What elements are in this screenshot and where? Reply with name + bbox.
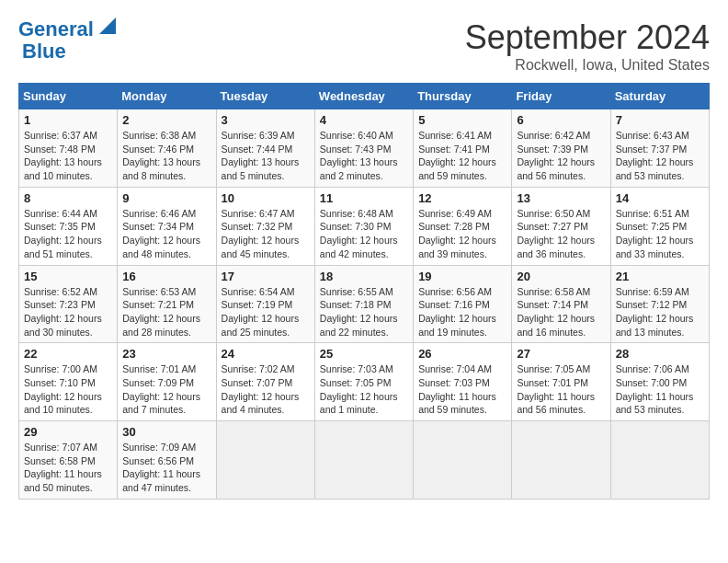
day-number: 17 <box>222 270 310 283</box>
table-cell: 1Sunrise: 6:37 AMSunset: 7:48 PMDaylight… <box>19 109 118 188</box>
location: Rockwell, Iowa, United States <box>465 57 710 74</box>
day-number: 9 <box>122 191 210 205</box>
col-tuesday: Tuesday <box>216 84 314 109</box>
day-number: 26 <box>418 347 506 361</box>
calendar-week-row: 22Sunrise: 7:00 AMSunset: 7:10 PMDayligh… <box>19 343 710 421</box>
svg-marker-0 <box>99 17 116 34</box>
day-number: 19 <box>418 270 506 283</box>
day-info: Sunrise: 6:51 AMSunset: 7:25 PMDaylight:… <box>616 207 704 261</box>
table-cell <box>512 421 610 500</box>
table-cell: 3Sunrise: 6:39 AMSunset: 7:44 PMDaylight… <box>216 109 314 188</box>
table-cell: 18Sunrise: 6:55 AMSunset: 7:18 PMDayligh… <box>314 265 413 343</box>
table-cell: 15Sunrise: 6:52 AMSunset: 7:23 PMDayligh… <box>19 265 118 343</box>
day-info: Sunrise: 6:46 AMSunset: 7:34 PMDaylight:… <box>122 207 210 261</box>
table-cell: 26Sunrise: 7:04 AMSunset: 7:03 PMDayligh… <box>414 343 512 421</box>
table-cell: 13Sunrise: 6:50 AMSunset: 7:27 PMDayligh… <box>512 187 610 265</box>
day-number: 30 <box>122 425 210 439</box>
col-monday: Monday <box>118 84 216 109</box>
table-cell <box>414 421 512 500</box>
table-cell <box>314 421 413 500</box>
day-info: Sunrise: 6:49 AMSunset: 7:28 PMDaylight:… <box>418 207 506 261</box>
day-number: 5 <box>418 113 506 127</box>
calendar-week-row: 15Sunrise: 6:52 AMSunset: 7:23 PMDayligh… <box>19 265 710 343</box>
day-number: 12 <box>418 191 506 205</box>
day-info: Sunrise: 7:00 AMSunset: 7:10 PMDaylight:… <box>24 362 112 417</box>
day-info: Sunrise: 6:53 AMSunset: 7:21 PMDaylight:… <box>122 285 210 339</box>
day-number: 11 <box>320 191 408 205</box>
day-info: Sunrise: 6:54 AMSunset: 7:19 PMDaylight:… <box>222 285 310 339</box>
table-cell: 17Sunrise: 6:54 AMSunset: 7:19 PMDayligh… <box>216 265 314 343</box>
day-number: 14 <box>616 191 704 205</box>
day-info: Sunrise: 7:06 AMSunset: 7:00 PMDaylight:… <box>616 362 704 417</box>
month-title: September 2024 <box>465 18 710 57</box>
day-number: 10 <box>222 191 310 205</box>
logo-text: General <box>18 18 94 40</box>
calendar-week-row: 1Sunrise: 6:37 AMSunset: 7:48 PMDaylight… <box>19 109 710 188</box>
table-cell: 2Sunrise: 6:38 AMSunset: 7:46 PMDaylight… <box>118 109 216 188</box>
day-number: 8 <box>24 191 112 205</box>
day-number: 29 <box>24 425 112 439</box>
table-cell: 27Sunrise: 7:05 AMSunset: 7:01 PMDayligh… <box>512 343 610 421</box>
table-cell: 24Sunrise: 7:02 AMSunset: 7:07 PMDayligh… <box>216 343 314 421</box>
table-cell: 20Sunrise: 6:58 AMSunset: 7:14 PMDayligh… <box>512 265 610 343</box>
day-number: 4 <box>320 113 408 127</box>
day-info: Sunrise: 6:56 AMSunset: 7:16 PMDaylight:… <box>418 285 506 339</box>
day-number: 22 <box>24 347 112 361</box>
table-cell: 9Sunrise: 6:46 AMSunset: 7:34 PMDaylight… <box>118 187 216 265</box>
day-info: Sunrise: 6:39 AMSunset: 7:44 PMDaylight:… <box>222 129 310 183</box>
calendar-header-row: Sunday Monday Tuesday Wednesday Thursday… <box>19 84 710 109</box>
table-cell <box>216 421 314 500</box>
table-cell: 16Sunrise: 6:53 AMSunset: 7:21 PMDayligh… <box>118 265 216 343</box>
calendar-week-row: 29Sunrise: 7:07 AMSunset: 6:58 PMDayligh… <box>19 421 710 500</box>
table-cell: 4Sunrise: 6:40 AMSunset: 7:43 PMDaylight… <box>314 109 413 188</box>
table-cell: 29Sunrise: 7:07 AMSunset: 6:58 PMDayligh… <box>19 421 118 500</box>
day-info: Sunrise: 6:44 AMSunset: 7:35 PMDaylight:… <box>24 207 112 261</box>
table-cell <box>610 421 709 500</box>
day-info: Sunrise: 6:52 AMSunset: 7:23 PMDaylight:… <box>24 285 112 339</box>
col-thursday: Thursday <box>414 84 512 109</box>
day-info: Sunrise: 7:07 AMSunset: 6:58 PMDaylight:… <box>24 441 112 495</box>
day-info: Sunrise: 6:48 AMSunset: 7:30 PMDaylight:… <box>320 207 408 261</box>
table-cell: 7Sunrise: 6:43 AMSunset: 7:37 PMDaylight… <box>610 109 709 188</box>
table-cell: 6Sunrise: 6:42 AMSunset: 7:39 PMDaylight… <box>512 109 610 188</box>
day-number: 7 <box>616 113 704 127</box>
table-cell: 11Sunrise: 6:48 AMSunset: 7:30 PMDayligh… <box>314 187 413 265</box>
col-sunday: Sunday <box>19 84 118 109</box>
table-cell: 19Sunrise: 6:56 AMSunset: 7:16 PMDayligh… <box>414 265 512 343</box>
page-header: General Blue September 2024 Rockwell, Io… <box>18 18 710 74</box>
col-saturday: Saturday <box>610 84 709 109</box>
table-cell: 30Sunrise: 7:09 AMSunset: 6:56 PMDayligh… <box>118 421 216 500</box>
day-info: Sunrise: 6:55 AMSunset: 7:18 PMDaylight:… <box>320 285 408 339</box>
day-info: Sunrise: 6:58 AMSunset: 7:14 PMDaylight:… <box>517 285 605 339</box>
day-info: Sunrise: 6:42 AMSunset: 7:39 PMDaylight:… <box>517 129 605 183</box>
table-cell: 22Sunrise: 7:00 AMSunset: 7:10 PMDayligh… <box>19 343 118 421</box>
day-info: Sunrise: 6:50 AMSunset: 7:27 PMDaylight:… <box>517 207 605 261</box>
col-friday: Friday <box>512 84 610 109</box>
day-info: Sunrise: 6:37 AMSunset: 7:48 PMDaylight:… <box>24 129 112 183</box>
day-number: 27 <box>517 347 605 361</box>
calendar-table: Sunday Monday Tuesday Wednesday Thursday… <box>18 83 710 500</box>
day-info: Sunrise: 6:59 AMSunset: 7:12 PMDaylight:… <box>616 285 704 339</box>
day-number: 6 <box>517 113 605 127</box>
day-info: Sunrise: 6:40 AMSunset: 7:43 PMDaylight:… <box>320 129 408 183</box>
day-number: 13 <box>517 191 605 205</box>
day-number: 21 <box>616 270 704 283</box>
day-info: Sunrise: 7:01 AMSunset: 7:09 PMDaylight:… <box>122 362 210 417</box>
logo-arrow-icon <box>96 17 116 38</box>
day-number: 16 <box>122 270 210 283</box>
table-cell: 28Sunrise: 7:06 AMSunset: 7:00 PMDayligh… <box>610 343 709 421</box>
table-cell: 14Sunrise: 6:51 AMSunset: 7:25 PMDayligh… <box>610 187 709 265</box>
table-cell: 10Sunrise: 6:47 AMSunset: 7:32 PMDayligh… <box>216 187 314 265</box>
table-cell: 12Sunrise: 6:49 AMSunset: 7:28 PMDayligh… <box>414 187 512 265</box>
table-cell: 21Sunrise: 6:59 AMSunset: 7:12 PMDayligh… <box>610 265 709 343</box>
day-number: 15 <box>24 270 112 283</box>
day-info: Sunrise: 6:41 AMSunset: 7:41 PMDaylight:… <box>418 129 506 183</box>
logo: General Blue <box>18 18 116 63</box>
table-cell: 8Sunrise: 6:44 AMSunset: 7:35 PMDaylight… <box>19 187 118 265</box>
title-area: September 2024 Rockwell, Iowa, United St… <box>465 18 710 74</box>
day-number: 20 <box>517 270 605 283</box>
table-cell: 23Sunrise: 7:01 AMSunset: 7:09 PMDayligh… <box>118 343 216 421</box>
day-info: Sunrise: 7:05 AMSunset: 7:01 PMDaylight:… <box>517 362 605 417</box>
day-number: 24 <box>222 347 310 361</box>
day-info: Sunrise: 7:03 AMSunset: 7:05 PMDaylight:… <box>320 362 408 417</box>
